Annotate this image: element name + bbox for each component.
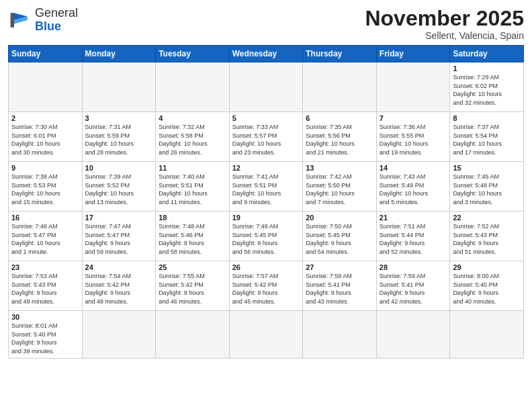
day-number: 8 [453,114,521,122]
header: General Blue November 2025 Sellent, Vale… [8,7,524,41]
day-number: 17 [85,214,153,222]
day-number: 22 [453,214,521,222]
calendar-cell [376,311,450,358]
location-subtitle: Sellent, Valencia, Spain [365,30,524,41]
day-number: 5 [232,114,300,122]
day-number: 7 [380,114,447,122]
day-info: Sunrise: 7:39 AM Sunset: 5:52 PM Dayligh… [85,173,153,206]
day-info: Sunrise: 7:29 AM Sunset: 6:02 PM Dayligh… [453,73,521,107]
calendar-cell: 23Sunrise: 7:53 AM Sunset: 5:43 PM Dayli… [9,261,83,311]
day-number: 20 [306,214,373,222]
week-row-3: 9Sunrise: 7:38 AM Sunset: 5:53 PM Daylig… [9,162,524,212]
day-info: Sunrise: 7:41 AM Sunset: 5:51 PM Dayligh… [232,173,300,206]
calendar-cell: 16Sunrise: 7:46 AM Sunset: 5:47 PM Dayli… [9,212,83,261]
day-info: Sunrise: 7:57 AM Sunset: 5:42 PM Dayligh… [232,272,300,306]
calendar-cell: 1Sunrise: 7:29 AM Sunset: 6:02 PM Daylig… [450,62,524,112]
week-row-4: 16Sunrise: 7:46 AM Sunset: 5:47 PM Dayli… [9,212,524,261]
day-info: Sunrise: 7:54 AM Sunset: 5:42 PM Dayligh… [85,272,153,306]
day-info: Sunrise: 7:46 AM Sunset: 5:47 PM Dayligh… [11,222,79,256]
day-info: Sunrise: 7:52 AM Sunset: 5:43 PM Dayligh… [453,222,521,256]
day-number: 1 [453,64,521,73]
day-number: 6 [306,114,373,122]
day-info: Sunrise: 7:45 AM Sunset: 5:48 PM Dayligh… [453,173,521,206]
day-info: Sunrise: 7:47 AM Sunset: 5:47 PM Dayligh… [85,222,153,256]
calendar-cell: 18Sunrise: 7:48 AM Sunset: 5:46 PM Dayli… [156,212,230,261]
calendar-cell: 20Sunrise: 7:50 AM Sunset: 5:45 PM Dayli… [303,212,377,261]
day-number: 29 [453,263,521,271]
calendar-cell [82,62,156,112]
day-number: 9 [11,164,79,172]
day-info: Sunrise: 7:31 AM Sunset: 5:59 PM Dayligh… [85,123,153,156]
day-number: 19 [232,214,300,222]
calendar-cell: 4Sunrise: 7:32 AM Sunset: 5:58 PM Daylig… [156,112,230,162]
calendar-cell: 13Sunrise: 7:42 AM Sunset: 5:50 PM Dayli… [303,162,377,212]
calendar-cell: 10Sunrise: 7:39 AM Sunset: 5:52 PM Dayli… [82,162,156,212]
calendar-cell: 14Sunrise: 7:43 AM Sunset: 5:49 PM Dayli… [376,162,450,212]
week-row-1: 1Sunrise: 7:29 AM Sunset: 6:02 PM Daylig… [9,62,524,112]
calendar-cell: 19Sunrise: 7:49 AM Sunset: 5:45 PM Dayli… [229,212,303,261]
day-header-thursday: Thursday [303,46,377,62]
month-title: November 2025 [365,7,524,30]
calendar-cell: 2Sunrise: 7:30 AM Sunset: 6:01 PM Daylig… [9,112,83,162]
day-number: 16 [11,214,79,222]
calendar-cell: 26Sunrise: 7:57 AM Sunset: 5:42 PM Dayli… [229,261,303,311]
week-row-5: 23Sunrise: 7:53 AM Sunset: 5:43 PM Dayli… [9,261,524,311]
day-number: 25 [159,263,226,271]
calendar-cell: 3Sunrise: 7:31 AM Sunset: 5:59 PM Daylig… [82,112,156,162]
calendar-cell: 8Sunrise: 7:37 AM Sunset: 5:54 PM Daylig… [450,112,524,162]
day-number: 4 [159,114,226,122]
day-header-friday: Friday [376,46,450,62]
calendar-cell: 9Sunrise: 7:38 AM Sunset: 5:53 PM Daylig… [9,162,83,212]
calendar-cell [376,62,450,112]
day-info: Sunrise: 7:48 AM Sunset: 5:46 PM Dayligh… [159,222,226,256]
day-info: Sunrise: 7:53 AM Sunset: 5:43 PM Dayligh… [11,272,79,306]
day-info: Sunrise: 7:33 AM Sunset: 5:57 PM Dayligh… [232,123,300,156]
day-number: 2 [11,114,79,122]
logo: General Blue [8,7,78,34]
day-number: 15 [453,164,521,172]
day-info: Sunrise: 7:55 AM Sunset: 5:42 PM Dayligh… [159,272,226,306]
calendar-cell: 5Sunrise: 7:33 AM Sunset: 5:57 PM Daylig… [229,112,303,162]
calendar-cell: 6Sunrise: 7:35 AM Sunset: 5:56 PM Daylig… [303,112,377,162]
calendar-cell: 27Sunrise: 7:58 AM Sunset: 5:41 PM Dayli… [303,261,377,311]
calendar-cell [82,311,156,358]
week-row-2: 2Sunrise: 7:30 AM Sunset: 6:01 PM Daylig… [9,112,524,162]
calendar-cell: 7Sunrise: 7:36 AM Sunset: 5:55 PM Daylig… [376,112,450,162]
calendar-cell [9,62,83,112]
calendar-cell: 15Sunrise: 7:45 AM Sunset: 5:48 PM Dayli… [450,162,524,212]
day-number: 26 [232,263,300,271]
day-number: 21 [380,214,447,222]
day-number: 30 [11,313,79,321]
day-number: 27 [306,263,373,271]
calendar-cell: 21Sunrise: 7:51 AM Sunset: 5:44 PM Dayli… [376,212,450,261]
calendar-cell: 11Sunrise: 7:40 AM Sunset: 5:51 PM Dayli… [156,162,230,212]
day-header-tuesday: Tuesday [156,46,230,62]
day-number: 14 [380,164,447,172]
day-number: 10 [85,164,153,172]
day-number: 12 [232,164,300,172]
calendar-table: SundayMondayTuesdayWednesdayThursdayFrid… [8,45,524,358]
day-info: Sunrise: 7:58 AM Sunset: 5:41 PM Dayligh… [306,272,373,306]
calendar-cell [156,311,230,358]
day-number: 28 [380,263,447,271]
page-container: General Blue November 2025 Sellent, Vale… [0,0,532,364]
day-info: Sunrise: 7:32 AM Sunset: 5:58 PM Dayligh… [159,123,226,156]
calendar-cell [303,311,377,358]
week-row-6: 30Sunrise: 8:01 AM Sunset: 5:40 PM Dayli… [9,311,524,358]
calendar-cell [229,62,303,112]
day-number: 3 [85,114,153,122]
day-info: Sunrise: 7:35 AM Sunset: 5:56 PM Dayligh… [306,123,373,156]
day-info: Sunrise: 7:50 AM Sunset: 5:45 PM Dayligh… [306,222,373,256]
day-info: Sunrise: 7:51 AM Sunset: 5:44 PM Dayligh… [380,222,447,256]
day-header-wednesday: Wednesday [229,46,303,62]
day-info: Sunrise: 7:59 AM Sunset: 5:41 PM Dayligh… [380,272,447,306]
day-info: Sunrise: 7:37 AM Sunset: 5:54 PM Dayligh… [453,123,521,156]
calendar-cell: 22Sunrise: 7:52 AM Sunset: 5:43 PM Dayli… [450,212,524,261]
day-info: Sunrise: 7:30 AM Sunset: 6:01 PM Dayligh… [11,123,79,156]
day-info: Sunrise: 7:40 AM Sunset: 5:51 PM Dayligh… [159,173,226,206]
day-number: 18 [159,214,226,222]
calendar-cell [303,62,377,112]
calendar-cell: 12Sunrise: 7:41 AM Sunset: 5:51 PM Dayli… [229,162,303,212]
day-number: 23 [11,263,79,271]
day-info: Sunrise: 7:43 AM Sunset: 5:49 PM Dayligh… [380,173,447,206]
